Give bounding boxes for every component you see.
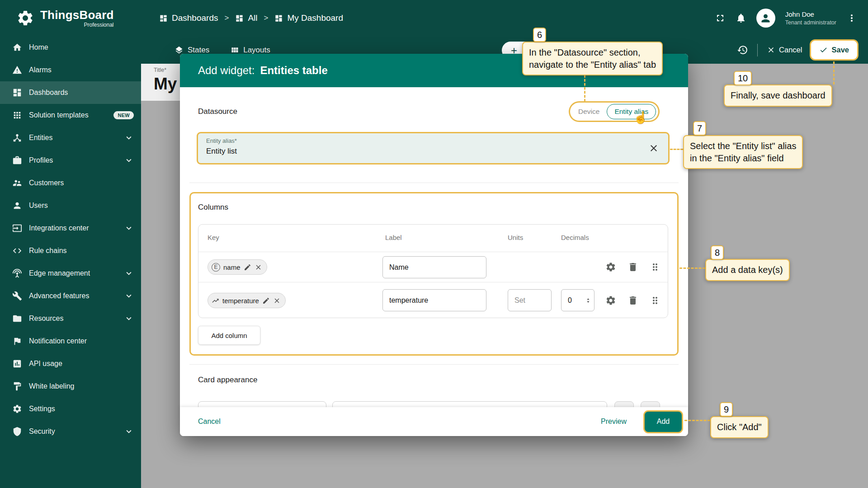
sidebar-item-edge-management[interactable]: Edge management	[0, 262, 141, 285]
sidebar-item-label: Customers	[29, 179, 64, 187]
table-divider	[198, 282, 668, 282]
units-input-row-2[interactable]	[508, 289, 552, 311]
decimals-stepper-row-2[interactable]: 0	[561, 289, 594, 311]
entity-alias-field-value: Entity list	[206, 147, 237, 156]
annotation-callout-10: Finally, save dashboard	[724, 84, 832, 107]
sidebar-item-home[interactable]: Home	[0, 36, 141, 59]
dashboards-icon	[274, 14, 283, 23]
add-widget-dialog: Add widget: Entities table Datasource De…	[180, 54, 688, 436]
chevron-down-icon	[124, 314, 134, 324]
save-dashboard-button[interactable]: Save	[811, 41, 857, 59]
sidebar-item-label: Solution templates	[29, 111, 89, 119]
sidebar-item-label: Dashboards	[29, 89, 68, 97]
sidebar-item-resources[interactable]: Resources	[0, 307, 141, 330]
annotation-connector-7	[670, 149, 683, 150]
entity-field-icon: E	[212, 263, 220, 272]
add-column-button[interactable]: Add column	[198, 326, 260, 345]
notifications-bell-icon[interactable]	[736, 13, 746, 23]
sidebar-item-alarms[interactable]: Alarms	[0, 59, 141, 81]
annotation-callout-6: In the "Datasource" section, navigate to…	[522, 42, 663, 75]
toolbar-divider	[757, 44, 758, 56]
shield-icon	[12, 427, 22, 436]
add-widget-button[interactable]: Add	[645, 412, 682, 432]
brand-edition: Professional	[84, 22, 113, 28]
annotation-callout-8: Add a data key(s)	[705, 259, 790, 281]
data-key-chip-name[interactable]: E name	[208, 259, 267, 275]
close-icon	[767, 46, 775, 54]
avatar[interactable]	[756, 9, 775, 28]
code-icon	[12, 246, 22, 256]
sidebar-item-label: Resources	[29, 314, 63, 323]
sidebar-item-advanced-features[interactable]: Advanced features	[0, 285, 141, 307]
preview-button[interactable]: Preview	[601, 418, 627, 426]
card-appearance-field[interactable]	[198, 401, 326, 407]
sidebar-item-solution-templates[interactable]: Solution templates NEW	[0, 104, 141, 127]
close-icon	[648, 143, 659, 154]
sidebar-item-label: Advanced features	[29, 292, 89, 300]
fullscreen-icon[interactable]	[715, 13, 726, 23]
annotation-badge-7: 7	[693, 121, 706, 136]
sidebar-item-api-usage[interactable]: API usage	[0, 352, 141, 375]
people-icon	[12, 178, 22, 188]
remove-key-icon[interactable]	[273, 297, 281, 305]
sidebar-item-customers[interactable]: Customers	[0, 172, 141, 194]
entity-alias-field-label: Entity alias*	[206, 137, 237, 144]
data-key-name: temperature	[222, 297, 259, 305]
user-role: Tenant administrator	[785, 19, 836, 26]
title-field-value[interactable]: My	[154, 75, 177, 94]
top-bar: Dashboards > All > My Dashboard John Doe…	[141, 0, 868, 36]
sidebar-item-profiles[interactable]: Profiles	[0, 149, 141, 172]
person-icon	[12, 201, 22, 211]
chevron-down-icon	[124, 268, 134, 278]
data-key-chip-temperature[interactable]: temperature	[208, 293, 286, 308]
columns-table: Key Label Units Decimals E name	[198, 224, 668, 318]
toggle-option-entity-alias[interactable]: Entity alias	[607, 104, 656, 119]
dialog-footer: Cancel Preview Add	[180, 407, 688, 436]
remove-key-icon[interactable]	[255, 263, 262, 271]
sidebar-item-notification-center[interactable]: Notification center	[0, 330, 141, 352]
paint-icon	[12, 381, 22, 391]
column-settings-gear-icon[interactable]	[605, 262, 616, 272]
card-appearance-field[interactable]	[641, 401, 660, 407]
title-field-label: Title*	[154, 67, 166, 73]
more-vert-icon[interactable]	[846, 13, 857, 23]
sidebar-item-white-labeling[interactable]: White labeling	[0, 375, 141, 398]
card-appearance-field[interactable]	[332, 401, 607, 407]
cancel-edit-button[interactable]: Cancel	[767, 46, 802, 54]
card-appearance-field[interactable]	[614, 401, 634, 407]
drag-handle-icon[interactable]	[650, 295, 660, 306]
column-settings-gear-icon[interactable]	[605, 295, 616, 306]
sidebar-item-label: Notification center	[29, 337, 87, 345]
check-icon	[819, 46, 828, 54]
breadcrumb-my-dashboard[interactable]: My Dashboard	[274, 13, 343, 23]
breadcrumb-all[interactable]: All	[235, 13, 257, 23]
sidebar-item-settings[interactable]: Settings	[0, 398, 141, 420]
entity-alias-field[interactable]: Entity alias* Entity list	[198, 133, 668, 163]
sidebar-item-integrations-center[interactable]: Integrations center	[0, 217, 141, 239]
sidebar-item-label: White labeling	[29, 382, 75, 390]
tab-layouts[interactable]: Layouts	[230, 46, 270, 55]
clear-alias-button[interactable]	[648, 143, 659, 154]
label-input-row-1[interactable]	[382, 256, 486, 278]
stepper-arrows-icon[interactable]	[584, 295, 592, 306]
sidebar-item-entities[interactable]: Entities	[0, 127, 141, 149]
sidebar-item-dashboards[interactable]: Dashboards	[0, 81, 141, 104]
sidebar-item-label: Home	[29, 43, 48, 52]
sidebar-item-label: Rule chains	[29, 247, 67, 255]
label-input-row-2[interactable]	[382, 289, 486, 311]
sidebar-item-security[interactable]: Security	[0, 420, 141, 443]
sidebar-item-users[interactable]: Users	[0, 194, 141, 217]
edit-pencil-icon[interactable]	[262, 297, 270, 305]
history-icon[interactable]	[737, 44, 748, 56]
folder-icon	[12, 314, 22, 324]
toggle-option-device[interactable]: Device	[571, 108, 607, 116]
breadcrumb-dashboards[interactable]: Dashboards	[159, 13, 218, 23]
dialog-cancel-button[interactable]: Cancel	[198, 418, 221, 426]
tab-states[interactable]: States	[175, 46, 209, 55]
delete-column-trash-icon[interactable]	[627, 262, 638, 272]
delete-column-trash-icon[interactable]	[627, 295, 638, 306]
edit-pencil-icon[interactable]	[244, 263, 251, 271]
user-name: John Doe	[785, 10, 836, 19]
sidebar-item-rule-chains[interactable]: Rule chains	[0, 239, 141, 262]
drag-handle-icon[interactable]	[650, 262, 660, 272]
